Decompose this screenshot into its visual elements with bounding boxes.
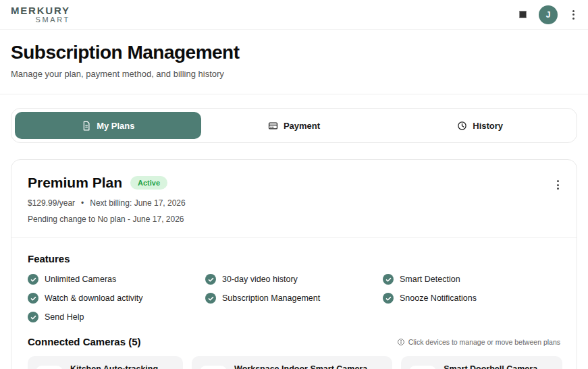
feature-label: Unlimited Cameras	[45, 275, 116, 284]
cameras-hint-text: Click devices to manage or move between …	[408, 338, 560, 346]
tab-label: Payment	[284, 121, 320, 131]
dot-separator: •	[81, 198, 84, 208]
header-divider	[0, 94, 588, 94]
connected-cameras-section: Connected Cameras (5) Click devices to m…	[11, 322, 577, 369]
feature-item: Smart Detection	[383, 274, 560, 285]
feature-item: Subscription Management	[205, 293, 383, 304]
feature-label: Watch & download activity	[45, 293, 142, 303]
overflow-menu-icon[interactable]	[570, 7, 577, 22]
webcam-icon	[36, 366, 63, 369]
feature-item: 30-day video history	[205, 274, 383, 285]
tab-label: My Plans	[97, 121, 134, 131]
check-circle-icon	[28, 293, 38, 304]
camera-name: Smart Doorbell Camera	[444, 364, 537, 369]
features-section: Features Unlimited Cameras 30-day video …	[11, 238, 577, 322]
plan-next-billing: Next billing: June 17, 2026	[90, 198, 185, 208]
plans-tab-bar: My Plans Payment History	[11, 108, 577, 143]
feature-label: 30-day video history	[222, 275, 298, 284]
plan-status-badge: Active	[130, 176, 167, 190]
check-circle-icon	[28, 312, 38, 322]
feature-label: Subscription Management	[222, 293, 320, 303]
logo-line2: SMART	[11, 16, 70, 24]
plan-options-menu-icon[interactable]	[554, 177, 562, 192]
camera-card-kitchen[interactable]: Kitchen Auto-tracking MI-CW054-199W-A St…	[28, 356, 183, 369]
tab-my-plans[interactable]: My Plans	[15, 112, 201, 139]
stop-square-icon[interactable]	[519, 11, 527, 18]
features-title: Features	[28, 253, 560, 264]
page-title: Subscription Management	[11, 42, 577, 63]
info-icon	[397, 338, 405, 346]
feature-label: Send Help	[45, 312, 84, 322]
cameras-title: Connected Cameras (5)	[28, 336, 141, 347]
webcam-icon	[200, 366, 227, 369]
tab-payment[interactable]: Payment	[201, 112, 387, 139]
merkury-smart-logo: MERKURY SMART	[11, 5, 70, 24]
tab-history[interactable]: History	[387, 112, 573, 139]
feature-item: Send Help	[28, 312, 205, 322]
camera-name: Workspace Indoor Smart Camera	[234, 364, 367, 369]
camera-card-workspace[interactable]: Workspace Indoor Smart Camera MI-CW051-1…	[192, 356, 392, 369]
check-circle-icon	[28, 274, 38, 285]
plan-billing-info: $129.99/year • Next billing: June 17, 20…	[28, 198, 560, 208]
premium-plan-card: Premium Plan Active $129.99/year • Next …	[11, 159, 577, 369]
feature-label: Smart Detection	[400, 275, 460, 284]
page-subtitle: Manage your plan, payment method, and bi…	[11, 69, 577, 79]
plan-header: Premium Plan Active $129.99/year • Next …	[11, 160, 577, 237]
cameras-hint: Click devices to manage or move between …	[397, 338, 560, 346]
feature-item: Unlimited Cameras	[28, 274, 205, 285]
check-circle-icon	[205, 274, 216, 285]
features-grid: Unlimited Cameras 30-day video history S…	[28, 274, 560, 322]
plan-pending-change: Pending change to No plan - June 17, 202…	[28, 215, 560, 224]
page-header: Subscription Management Manage your plan…	[0, 30, 588, 79]
user-avatar[interactable]: J	[539, 5, 558, 24]
feature-item: Snooze Notifications	[383, 293, 560, 304]
camera-card-doorbell[interactable]: Smart Doorbell Camera MI-CW074-125W Stat…	[401, 356, 562, 369]
cameras-grid: Kitchen Auto-tracking MI-CW054-199W-A St…	[28, 356, 560, 369]
top-bar: MERKURY SMART J	[0, 0, 588, 30]
document-icon	[81, 121, 91, 131]
doorbell-icon	[409, 366, 436, 369]
camera-name: Kitchen Auto-tracking	[70, 364, 158, 369]
clock-icon	[457, 121, 467, 131]
check-circle-icon	[383, 274, 394, 285]
top-bar-actions: J	[519, 5, 577, 24]
tab-label: History	[473, 121, 503, 131]
plan-price: $129.99/year	[28, 198, 75, 208]
plan-name: Premium Plan	[28, 175, 122, 191]
check-circle-icon	[205, 293, 216, 304]
logo-line1: MERKURY	[11, 5, 70, 16]
feature-item: Watch & download activity	[28, 293, 205, 304]
credit-card-icon	[268, 121, 278, 131]
feature-label: Snooze Notifications	[400, 293, 477, 303]
check-circle-icon	[383, 293, 394, 304]
